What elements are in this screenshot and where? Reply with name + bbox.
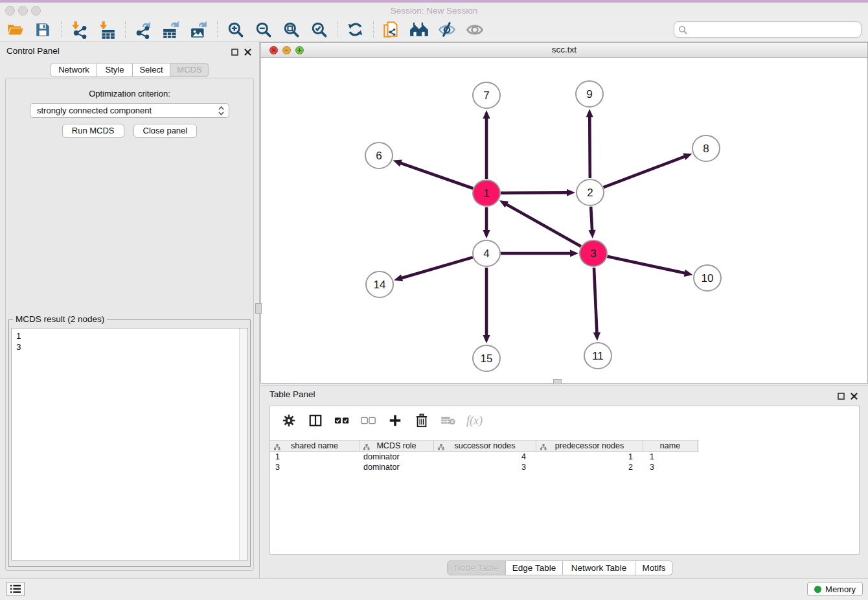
vertical-splitter-handle[interactable] (255, 303, 262, 314)
table-cell[interactable]: 1 (536, 452, 643, 462)
mcds-result-node: 3 (12, 341, 247, 352)
close-panel-button[interactable]: Close panel (133, 124, 198, 138)
tab-style[interactable]: Style (97, 63, 133, 77)
show-all-button[interactable] (465, 20, 485, 40)
result-scrollbar[interactable] (239, 329, 247, 560)
window-titlebar: Session: New Session (0, 3, 868, 18)
tab-node-table[interactable]: Node Table (447, 560, 506, 575)
graph-edge-3-1[interactable] (506, 204, 581, 247)
graph-edge-2-8[interactable] (604, 156, 686, 187)
column-header-shared-name[interactable]: shared name (270, 441, 360, 451)
mcds-result-title: MCDS result (2 nodes) (13, 314, 107, 324)
column-header-mcds-role[interactable]: MCDS role (360, 441, 434, 451)
memory-button[interactable]: Memory (807, 582, 863, 596)
graph-node-9[interactable]: 9 (576, 81, 603, 107)
task-history-button[interactable] (6, 582, 25, 596)
graph-edge-1-6[interactable] (400, 163, 473, 189)
mcds-result-node: 1 (12, 329, 247, 341)
graph-node-14[interactable]: 14 (366, 271, 393, 297)
table-cell[interactable]: 1 (270, 452, 360, 462)
table-cell[interactable]: 2 (536, 462, 643, 472)
export-table-button[interactable] (161, 20, 181, 40)
graph-node-11[interactable]: 11 (584, 343, 611, 369)
network-window-titlebar[interactable]: ✕ − + scc.txt (261, 43, 867, 58)
graph-edge-arrowhead (684, 270, 693, 277)
graph-node-1[interactable]: 1 (473, 180, 500, 206)
graph-edge-3-11[interactable] (594, 268, 597, 334)
table-cell[interactable]: 4 (434, 452, 536, 462)
search-input[interactable] (690, 23, 858, 36)
show-columns-button[interactable] (307, 412, 324, 429)
float-table-panel-icon[interactable] (838, 391, 845, 402)
horizontal-splitter-handle[interactable] (553, 379, 562, 384)
table-row[interactable]: 1dominator411 (270, 452, 699, 462)
tab-edge-table[interactable]: Edge Table (506, 560, 563, 575)
graph-edge-2-9[interactable] (589, 116, 590, 178)
graph-node-8[interactable]: 8 (692, 135, 720, 161)
column-label: successor nodes (455, 441, 516, 450)
table-cell[interactable]: 3 (643, 462, 698, 472)
table-cell[interactable]: 3 (434, 462, 536, 472)
zoom-selected-button[interactable] (309, 20, 328, 40)
mcds-result-list[interactable]: 1 3 (11, 328, 248, 560)
tab-select[interactable]: Select (133, 63, 170, 77)
graph-edge-1-2[interactable] (501, 192, 568, 193)
select-all-rows-button[interactable] (334, 412, 350, 429)
column-label: shared name (291, 441, 338, 450)
tab-network-table[interactable]: Network Table (563, 560, 635, 575)
column-header-name[interactable]: name (643, 441, 698, 451)
zoom-in-button[interactable] (225, 20, 245, 40)
plus-icon (388, 413, 402, 428)
save-session-button[interactable] (33, 20, 52, 40)
refresh-button[interactable] (345, 20, 365, 40)
selected-option: strongly connected component (37, 106, 152, 115)
table-cell[interactable]: dominator (360, 462, 434, 472)
delete-table-button[interactable] (440, 412, 457, 429)
graph-node-6[interactable]: 6 (365, 143, 393, 168)
graph-edge-2-3[interactable] (591, 207, 592, 231)
tab-mcds[interactable]: MCDS (170, 63, 209, 77)
table-settings-button[interactable] (280, 412, 297, 429)
table-cell[interactable]: 1 (643, 452, 698, 462)
graph-node-7[interactable]: 7 (473, 82, 500, 108)
graph-node-10[interactable]: 10 (694, 265, 721, 291)
network-graph[interactable]: 7968124314101511 (261, 58, 867, 383)
table-cell[interactable]: 3 (270, 462, 360, 472)
new-network-from-selection-button[interactable] (382, 20, 401, 40)
hide-selected-button[interactable] (437, 20, 457, 40)
deselect-all-rows-button[interactable] (360, 412, 377, 429)
open-session-button[interactable] (5, 20, 25, 40)
import-network-button[interactable] (69, 20, 89, 40)
run-mcds-button[interactable]: Run MCDS (62, 124, 124, 138)
delete-row-button[interactable] (413, 412, 430, 429)
tab-motifs[interactable]: Motifs (635, 560, 673, 575)
graph-edge-arrowhead (567, 189, 575, 196)
import-table-button[interactable] (97, 20, 117, 40)
optimization-criterion-select[interactable]: strongly connected component (30, 103, 229, 118)
table-row[interactable]: 3dominator323 (270, 462, 699, 472)
export-network-button[interactable] (133, 20, 153, 40)
close-table-panel-icon[interactable] (851, 391, 858, 402)
column-header-predecessor-nodes[interactable]: predecessor nodes (536, 441, 643, 451)
column-header-successor-nodes[interactable]: successor nodes (434, 441, 536, 451)
graph-edge-3-10[interactable] (608, 257, 686, 273)
graph-node-15[interactable]: 15 (473, 345, 500, 371)
network-canvas[interactable]: 7968124314101511 (261, 58, 867, 383)
float-panel-icon[interactable] (231, 47, 238, 58)
add-row-button[interactable] (387, 412, 404, 429)
graph-node-3[interactable]: 3 (580, 240, 607, 266)
tab-network[interactable]: Network (51, 63, 97, 77)
save-icon (34, 21, 51, 38)
export-image-button[interactable] (189, 20, 209, 40)
graph-node-4[interactable]: 4 (473, 240, 500, 266)
zoom-fit-button[interactable] (281, 20, 301, 40)
first-neighbors-button[interactable] (409, 20, 429, 40)
toolbar-separator (61, 21, 62, 38)
table-cell[interactable]: dominator (360, 452, 434, 462)
graph-edge-4-14[interactable] (401, 257, 473, 278)
graph-node-label: 8 (703, 143, 709, 155)
function-builder-button[interactable]: f(x) (466, 412, 483, 429)
close-panel-icon[interactable] (244, 47, 251, 58)
zoom-out-button[interactable] (253, 20, 273, 40)
graph-node-2[interactable]: 2 (577, 179, 604, 205)
